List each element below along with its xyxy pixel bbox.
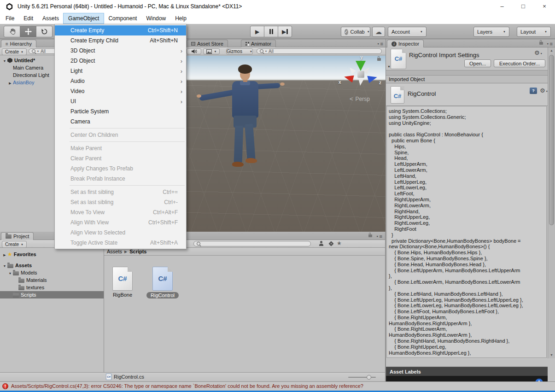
- collab-dropdown[interactable]: ✓ Collab ▼: [341, 27, 370, 37]
- thumbnail-size-slider[interactable]: [348, 377, 376, 378]
- execution-order-button[interactable]: Execution Order...: [494, 59, 545, 67]
- menu-item-audio[interactable]: Audio›: [55, 76, 186, 86]
- project-item-models[interactable]: Models: [0, 269, 104, 276]
- menu-item-3d-object[interactable]: 3D Object›: [55, 46, 186, 56]
- tab-project[interactable]: Project: [1, 232, 34, 240]
- menu-gameobject[interactable]: GameObject: [64, 13, 104, 23]
- menu-item-create-empty-child[interactable]: Create Empty ChildAlt+Shift+N: [55, 35, 186, 46]
- hierarchy-create-button[interactable]: Create▼: [2, 48, 27, 55]
- gizmo-center-cube[interactable]: [357, 71, 364, 78]
- menu-item-move-to-view[interactable]: Move To ViewCtrl+Alt+F: [55, 207, 186, 217]
- slider-thumb[interactable]: [367, 375, 371, 380]
- menu-item-2d-object[interactable]: 2D Object›: [55, 56, 186, 66]
- maximize-button[interactable]: □: [513, 0, 534, 13]
- project-item-scripts[interactable]: Scripts: [0, 291, 104, 298]
- lock-icon[interactable]: [539, 42, 543, 45]
- cloud-button[interactable]: ☁: [372, 27, 385, 37]
- menu-assets[interactable]: Assets: [38, 13, 64, 23]
- panel-menu-icon[interactable]: ▼≡: [377, 41, 383, 47]
- tab-asset-store[interactable]: Asset Store: [187, 40, 228, 47]
- pause-button[interactable]: [264, 26, 278, 37]
- gear-icon[interactable]: ▼: [534, 50, 543, 56]
- foldout-icon[interactable]: [7, 80, 13, 85]
- panel-menu-icon[interactable]: ▼≡: [376, 234, 382, 239]
- play-button[interactable]: ▶: [250, 26, 264, 37]
- minimize-button[interactable]: –: [491, 0, 513, 13]
- menu-item-center-on-children[interactable]: Center On Children: [55, 130, 186, 140]
- foldout-icon[interactable]: [7, 270, 13, 275]
- panel-menu-icon[interactable]: ▼≡: [547, 41, 553, 47]
- favorites-filter-icon[interactable]: [337, 240, 343, 246]
- project-item-favorites[interactable]: Favorites: [0, 251, 104, 258]
- gear-icon[interactable]: ▼: [540, 88, 548, 94]
- layout-dropdown[interactable]: Layout ▼: [517, 27, 551, 37]
- tree-item-label: Directional Light: [13, 72, 49, 78]
- perspective-toggle[interactable]: Persp: [350, 95, 370, 102]
- menu-item-video[interactable]: Video›: [55, 86, 186, 96]
- layers-dropdown[interactable]: Layers ▼: [473, 27, 509, 37]
- menu-item-label: Clear Parent: [70, 155, 101, 162]
- foldout-icon[interactable]: [2, 58, 7, 63]
- project-file-rigcontrol[interactable]: RigControl: [146, 267, 179, 298]
- scroll-down-icon[interactable]: ▼: [548, 352, 555, 358]
- menu-item-label: Make Parent: [70, 145, 102, 152]
- step-button[interactable]: ▶: [278, 26, 292, 37]
- project-item-materials[interactable]: Materials: [0, 276, 104, 284]
- menu-item-light[interactable]: Light›: [55, 66, 186, 76]
- gizmos-dropdown[interactable]: Gizmos ▼: [226, 48, 253, 54]
- menu-item-clear-parent[interactable]: Clear Parent: [55, 153, 186, 164]
- hand-icon: [9, 28, 16, 35]
- scroll-up-icon[interactable]: ▲: [548, 47, 555, 54]
- project-file-rigbone[interactable]: RigBone: [112, 267, 133, 298]
- foldout-icon[interactable]: [387, 63, 391, 69]
- menu-item-set-as-first-sibling[interactable]: Set as first siblingCtrl+=: [55, 187, 186, 197]
- collab-filter-icon[interactable]: [318, 241, 325, 246]
- move-tool-button[interactable]: [20, 26, 36, 37]
- gizmo-y-axis-cone[interactable]: [356, 61, 366, 71]
- menu-item-set-as-last-sibling[interactable]: Set as last siblingCtrl+-: [55, 197, 186, 207]
- scrollbar-thumb[interactable]: [549, 55, 554, 225]
- asset-labels-header: Asset Labels: [386, 367, 548, 376]
- account-dropdown[interactable]: Account ▼: [388, 27, 426, 37]
- project-item-assets[interactable]: Assets: [0, 262, 104, 269]
- menu-item-align-with-view[interactable]: Align With ViewCtrl+Shift+F: [55, 217, 186, 228]
- breadcrumb-root[interactable]: Assets: [107, 249, 122, 254]
- tab-animator[interactable]: Animator: [241, 40, 276, 47]
- rotate-tool-button[interactable]: [36, 26, 53, 37]
- menu-item-camera[interactable]: Camera: [55, 117, 186, 127]
- menu-item-create-empty[interactable]: Create EmptyCtrl+Shift+N: [55, 25, 186, 35]
- menu-item-ui[interactable]: UI›: [55, 96, 186, 106]
- inspector-scrollbar[interactable]: ▲ ▼: [548, 47, 555, 358]
- foldout-icon[interactable]: [2, 252, 7, 257]
- menu-item-make-parent[interactable]: Make Parent: [55, 143, 186, 153]
- scene-effects-button[interactable]: ▼: [203, 48, 220, 54]
- gizmo-y-label: y: [360, 56, 363, 60]
- menu-item-align-view-to-selected[interactable]: Align View to Selected: [55, 228, 186, 238]
- label-filter-icon[interactable]: [328, 241, 334, 246]
- file-name-label: RigControl: [146, 292, 179, 298]
- menu-component[interactable]: Component: [104, 13, 141, 23]
- project-search-input[interactable]: [193, 241, 311, 246]
- menu-item-break-prefab-instance[interactable]: Break Prefab Instance: [55, 174, 186, 184]
- breadcrumb-current[interactable]: Scripts: [129, 249, 146, 254]
- project-item-textures[interactable]: textures: [0, 284, 104, 291]
- lock-icon[interactable]: [368, 234, 372, 237]
- menu-window[interactable]: Window: [141, 13, 170, 23]
- foldout-icon[interactable]: [2, 263, 7, 268]
- open-button[interactable]: Open...: [464, 59, 491, 67]
- help-book-icon[interactable]: ?: [530, 88, 537, 94]
- scene-audio-button[interactable]: [187, 48, 201, 54]
- project-create-button[interactable]: Create▼: [2, 241, 27, 248]
- scene-search-input[interactable]: ▼ All: [257, 48, 382, 54]
- menu-edit[interactable]: Edit: [19, 13, 38, 23]
- menu-item-apply-changes-to-prefab[interactable]: Apply Changes To Prefab: [55, 164, 186, 174]
- hand-tool-button[interactable]: [4, 26, 20, 37]
- menu-item-toggle-active-state[interactable]: Toggle Active StateAlt+Shift+A: [55, 238, 186, 248]
- menu-item-particle-system[interactable]: Particle System: [55, 106, 186, 117]
- menu-help[interactable]: Help: [170, 13, 191, 23]
- status-bar[interactable]: ! Assets/Scripts/RigControl.cs(47,3): er…: [0, 381, 555, 391]
- tab-hierarchy[interactable]: ≡ Hierarchy: [1, 40, 36, 47]
- close-button[interactable]: ×: [534, 0, 555, 13]
- menu-file[interactable]: File: [1, 13, 19, 23]
- tab-inspector[interactable]: i Inspector: [387, 40, 424, 47]
